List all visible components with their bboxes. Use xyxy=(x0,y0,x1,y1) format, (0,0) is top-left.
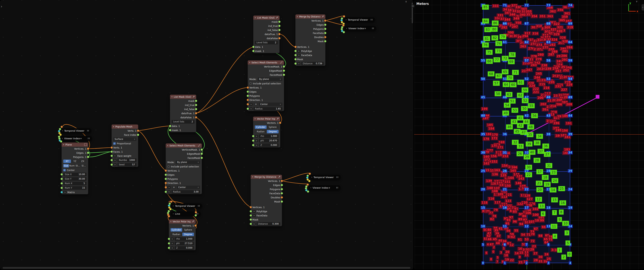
output-socket[interactable] xyxy=(137,134,139,136)
output-socket[interactable] xyxy=(200,157,203,159)
output-socket[interactable] xyxy=(279,122,282,124)
plug-icon[interactable]: ⊃ xyxy=(113,159,116,162)
node-header-select-mesh-bottom[interactable]: ∨Select Mesh Elements xyxy=(166,144,202,148)
plug-icon[interactable]: ⊃ xyxy=(249,107,252,110)
input-socket[interactable] xyxy=(164,174,167,176)
input-socket[interactable] xyxy=(250,218,252,221)
node-temporal-viewer-br[interactable]: ›Temporal ViewerII xyxy=(309,175,341,180)
input-socket[interactable] xyxy=(164,191,167,193)
plug-icon[interactable]: ⊃ xyxy=(249,103,252,106)
pause-icon[interactable]: II xyxy=(372,27,374,30)
collapse-chevron-icon[interactable]: › xyxy=(173,205,174,207)
pill-socket[interactable] xyxy=(308,180,310,182)
value-field-rho[interactable]: rho1.000 xyxy=(175,237,194,241)
toggle-option-degree[interactable]: Degree xyxy=(267,130,278,133)
node-line[interactable]: ›LineII xyxy=(171,211,201,216)
input-socket[interactable] xyxy=(294,58,297,61)
value-field-z[interactable]: Z0.000 xyxy=(175,246,194,250)
output-socket[interactable] xyxy=(324,36,326,38)
output-socket[interactable] xyxy=(87,152,89,154)
input-socket[interactable] xyxy=(250,206,252,208)
collapse-chevron-icon[interactable]: › xyxy=(311,176,312,179)
output-socket[interactable] xyxy=(281,184,283,186)
collapse-chevron-icon[interactable]: ∨ xyxy=(170,220,172,222)
pill-socket[interactable] xyxy=(308,173,311,175)
pill-socket[interactable] xyxy=(169,208,172,210)
input-socket[interactable] xyxy=(164,186,167,189)
input-socket[interactable] xyxy=(252,140,254,142)
input-socket[interactable] xyxy=(168,238,170,240)
output-socket[interactable] xyxy=(278,37,281,40)
collapse-chevron-icon[interactable]: ∨ xyxy=(171,96,172,98)
pill-socket[interactable] xyxy=(60,140,62,143)
value-field-level-lists[interactable]: Level lists2 xyxy=(172,120,194,123)
node-temporal-viewer-left[interactable]: ›Temporal ViewerII xyxy=(60,128,91,133)
output-socket[interactable] xyxy=(281,196,283,199)
pill-socket[interactable] xyxy=(343,15,345,18)
node-header-plane[interactable]: ∨Plane xyxy=(62,143,88,147)
toggle-option-cylinder[interactable]: Cylinder xyxy=(255,125,266,129)
plug-icon[interactable]: ⊃ xyxy=(255,135,258,138)
center-dropdown[interactable]: Center∨ xyxy=(259,102,282,106)
value-field-radius[interactable]: Radius3.00 xyxy=(172,190,200,194)
value-field-size-x[interactable]: Size X10.00 xyxy=(63,173,86,176)
input-socket[interactable] xyxy=(252,46,254,48)
output-socket[interactable] xyxy=(324,20,326,22)
output-socket[interactable] xyxy=(278,21,281,23)
input-socket[interactable] xyxy=(294,54,297,56)
checkbox-unchecked[interactable] xyxy=(167,165,170,168)
input-socket[interactable] xyxy=(250,223,252,225)
toggle-option-yz[interactable]: YZ xyxy=(71,160,79,163)
toggle-option-radian[interactable]: Radian xyxy=(170,233,182,236)
checkbox-checked[interactable]: ✓ xyxy=(113,142,116,145)
input-socket[interactable] xyxy=(294,62,297,65)
input-socket[interactable] xyxy=(169,125,171,127)
pause-icon[interactable]: II xyxy=(336,176,339,179)
output-socket[interactable] xyxy=(324,32,326,34)
output-socket[interactable] xyxy=(278,29,281,31)
output-socket[interactable] xyxy=(283,74,285,76)
plug-icon[interactable]: ⊃ xyxy=(63,191,66,194)
plug-icon[interactable]: ⊃ xyxy=(113,163,116,166)
node-header-merge-by-distance-top[interactable]: ∨Merge by Distance xyxy=(296,15,325,19)
output-socket[interactable] xyxy=(195,100,197,102)
toggle-option-zx[interactable]: ZX xyxy=(79,160,86,163)
input-socket[interactable] xyxy=(60,187,63,189)
output-socket[interactable] xyxy=(278,25,281,27)
node-header-populate-mesh[interactable]: ∨Populate Mesh xyxy=(112,124,138,129)
input-socket[interactable] xyxy=(60,173,63,176)
value-field-num-x[interactable]: Num X5 xyxy=(63,182,86,185)
input-socket[interactable] xyxy=(252,144,254,147)
output-socket[interactable] xyxy=(324,40,326,43)
plug-icon[interactable]: ⊃ xyxy=(297,50,300,53)
input-socket[interactable] xyxy=(246,95,249,97)
pill-socket[interactable] xyxy=(195,211,197,214)
toggle-option-num[interactable]: Num xyxy=(69,164,75,168)
toggle-option-degree[interactable]: Degree xyxy=(182,233,194,236)
node-viewer-index-left[interactable]: ›Viewer Index+II xyxy=(60,136,92,141)
value-field-numbe[interactable]: Numbe1000 xyxy=(118,159,136,162)
collapse-chevron-icon[interactable]: ∨ xyxy=(167,145,168,147)
viewport-3d[interactable]: 3333413353363433453483383373393553663623… xyxy=(414,0,644,269)
output-socket[interactable] xyxy=(281,180,283,182)
output-socket[interactable] xyxy=(87,148,89,150)
pause-icon[interactable]: II xyxy=(371,19,373,21)
input-socket[interactable] xyxy=(294,46,297,48)
node-header-select-mesh-top[interactable]: ∨Select Mesh Elements xyxy=(248,60,284,65)
mode-dropdown[interactable]: By plane∨ xyxy=(258,77,282,81)
plug-icon[interactable]: ⊃ xyxy=(170,242,174,245)
toggle-option-st[interactable]: St... xyxy=(75,164,81,168)
axis-dropdown-button[interactable]: ▼ xyxy=(254,103,258,106)
pause-icon[interactable]: II xyxy=(336,187,338,189)
input-socket[interactable] xyxy=(164,182,167,184)
output-socket[interactable] xyxy=(195,116,197,119)
node-temporal-viewer-bl[interactable]: ›Temporal ViewerII xyxy=(171,203,202,208)
output-socket[interactable] xyxy=(281,200,283,203)
input-socket[interactable] xyxy=(252,50,254,52)
value-field-rho[interactable]: rho1.000 xyxy=(259,134,278,138)
value-field-level-lists[interactable]: Level lists2 xyxy=(255,41,278,44)
toggle-option-si[interactable]: Si... xyxy=(81,164,86,168)
input-socket[interactable] xyxy=(246,108,249,110)
editor-horizontal-scrollbar[interactable] xyxy=(2,267,410,269)
toggle-option-size[interactable]: Size xyxy=(63,164,69,168)
